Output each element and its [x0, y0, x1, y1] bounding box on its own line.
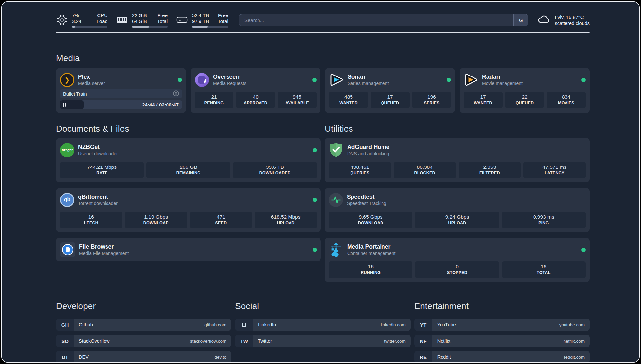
bookmark-name: DEV — [79, 354, 89, 360]
disk-icon — [176, 14, 188, 26]
sonarr-icon — [329, 73, 344, 87]
entertainment-section-title: Entertainment — [414, 301, 590, 311]
qbittorrent-status-dot — [313, 198, 317, 202]
sonarr-desc: Series management — [348, 80, 389, 86]
bookmark-url: youtube.com — [559, 322, 585, 327]
cpu-percent: 7% — [72, 13, 81, 18]
memory-total-label: Total — [157, 18, 168, 24]
adguard-icon — [329, 143, 343, 157]
bookmark-abbr: DT — [56, 351, 74, 363]
bookmark-name: Netflix — [437, 338, 450, 344]
nzbget-card[interactable]: nzbget NZBGet Usenet downloader 744.21 M… — [56, 138, 321, 182]
disk-free-value: 52.4 TB — [192, 13, 209, 18]
system-metrics: 7%3.24 CPULoad — [56, 13, 228, 28]
playback-time: 24:44 / 02:06:47 — [142, 100, 179, 109]
playback-progress-bar: 24:44 / 02:06:47 — [60, 100, 182, 109]
qbittorrent-card[interactable]: qb qBittorrent Torrent downloader 16LEEC… — [56, 188, 321, 232]
bookmark-twitter[interactable]: TW Twittertwitter.com — [235, 335, 410, 347]
nzbget-stat-downloaded: 39.6 TBDOWNLOADED — [233, 162, 317, 178]
portainer-desc: Container management — [347, 250, 395, 256]
adguard-stat-queries: 498,461QUERIES — [329, 162, 391, 178]
media-section-title: Media — [56, 53, 590, 63]
radarr-icon — [464, 73, 478, 87]
bookmark-github[interactable]: GH Githubgithub.com — [56, 318, 231, 331]
overseerr-stat-approved: 40APPROVED — [236, 92, 275, 108]
adguard-name: AdGuard Home — [347, 144, 389, 151]
portainer-status-dot — [581, 248, 586, 252]
documents-section-title: Documents & Files — [56, 124, 321, 134]
memory-metric: 22 GiB64 GiB FreeTotal — [116, 13, 168, 28]
sonarr-status-dot — [447, 78, 451, 82]
cloud-icon — [537, 14, 551, 26]
speedtest-stat-ping: 0.993 msPING — [502, 212, 586, 228]
bookmark-name: LinkedIn — [258, 322, 276, 327]
sonarr-card[interactable]: Sonarr Series management 485WANTED 17QUE… — [325, 68, 455, 113]
radarr-status-dot — [581, 78, 586, 82]
cpu-progress-fill — [72, 26, 75, 28]
bookmark-url: netflix.com — [563, 339, 585, 344]
filebrowser-card[interactable]: File Browser Media File Management — [56, 238, 321, 261]
nzbget-stat-rate: 744.21 MbpsRATE — [60, 162, 144, 178]
section-social: Social LI LinkedInlinkedin.com TW Twitte… — [235, 301, 410, 363]
portainer-card[interactable]: Media Portainer Container management 16R… — [325, 238, 590, 282]
cpu-icon — [56, 14, 68, 26]
disk-free-label: Free — [218, 13, 228, 18]
bookmark-abbr: LI — [235, 318, 253, 331]
speedtest-card[interactable]: Speedtest Speedtest Tracking 9.65 GbpsDO… — [325, 188, 590, 232]
sonarr-stat-series: 196SERIES — [412, 92, 451, 108]
overseerr-card[interactable]: Overseerr Media Requests 21PENDING 40APP… — [191, 68, 320, 113]
bookmark-netflix[interactable]: NF Netflixnetflix.com — [414, 335, 590, 347]
disk-progress-track — [192, 26, 228, 28]
cpu-metric: 7%3.24 CPULoad — [56, 13, 107, 28]
bookmark-stackoverflow[interactable]: SO StackOverflowstackoverflow.com — [56, 335, 231, 347]
playback-progress-fill — [60, 100, 84, 109]
sonarr-stat-wanted: 485WANTED — [329, 92, 368, 108]
bookmark-name: StackOverflow — [79, 338, 109, 344]
adguard-card[interactable]: AdGuard Home DNS and adblocking 498,461Q… — [325, 138, 590, 182]
bookmark-url: reddit.com — [564, 355, 585, 360]
weather-widget[interactable]: Lviv, 16.87°C scattered clouds — [537, 14, 590, 26]
nzbget-icon: nzbget — [60, 143, 74, 157]
weather-condition: scattered clouds — [555, 20, 590, 26]
speedtest-desc: Speedtest Tracking — [347, 200, 386, 206]
bookmark-reddit[interactable]: RE Redditreddit.com — [414, 351, 590, 363]
radarr-card[interactable]: Radarr Movie management 17WANTED 22QUEUE… — [460, 68, 590, 113]
nzbget-status-dot — [313, 148, 317, 152]
speedtest-icon — [329, 193, 343, 207]
social-section-title: Social — [235, 301, 410, 311]
media-type-icon — [173, 90, 179, 98]
bookmark-url: stackoverflow.com — [190, 339, 226, 344]
bookmark-youtube[interactable]: YT YouTubeyoutube.com — [414, 318, 590, 331]
qbittorrent-name: qBittorrent — [78, 194, 118, 200]
radarr-name: Radarr — [482, 74, 523, 80]
plex-icon: ❯ — [60, 73, 74, 87]
plex-status-dot — [178, 78, 182, 82]
qbittorrent-stat-leech: 16LEECH — [60, 212, 122, 228]
overseerr-stat-pending: 21PENDING — [195, 92, 233, 108]
bookmark-name: Twitter — [258, 338, 272, 344]
search-area: G — [239, 14, 528, 26]
search-input[interactable] — [239, 14, 513, 26]
bookmark-url: linkedin.com — [381, 322, 406, 327]
bookmark-name: Github — [79, 322, 93, 327]
disk-total-value: 97.9 TB — [192, 18, 209, 24]
overseerr-desc: Media Requests — [213, 80, 246, 86]
bookmark-url: github.com — [204, 322, 226, 327]
qbittorrent-icon: qb — [60, 193, 74, 207]
plex-card[interactable]: ❯ Plex Media server Bullet Train — [56, 68, 186, 113]
developer-section-title: Developer — [56, 301, 231, 311]
bookmark-name: Reddit — [437, 354, 451, 360]
bookmark-dev[interactable]: DT DEVdev.to — [56, 351, 231, 363]
speedtest-stat-upload: 9.24 GbpsUPLOAD — [415, 212, 499, 228]
bookmark-name: YouTube — [437, 322, 456, 327]
memory-total-value: 64 GiB — [132, 18, 147, 24]
search-provider-button[interactable]: G — [513, 14, 528, 26]
header-divider — [56, 32, 590, 33]
memory-free-label: Free — [157, 13, 168, 18]
memory-free-value: 22 GiB — [132, 13, 147, 18]
radarr-desc: Movie management — [482, 80, 523, 86]
bookmark-linkedin[interactable]: LI LinkedInlinkedin.com — [235, 318, 410, 331]
filebrowser-icon — [60, 242, 75, 257]
filebrowser-status-dot — [313, 248, 317, 252]
memory-progress-track — [132, 26, 168, 28]
